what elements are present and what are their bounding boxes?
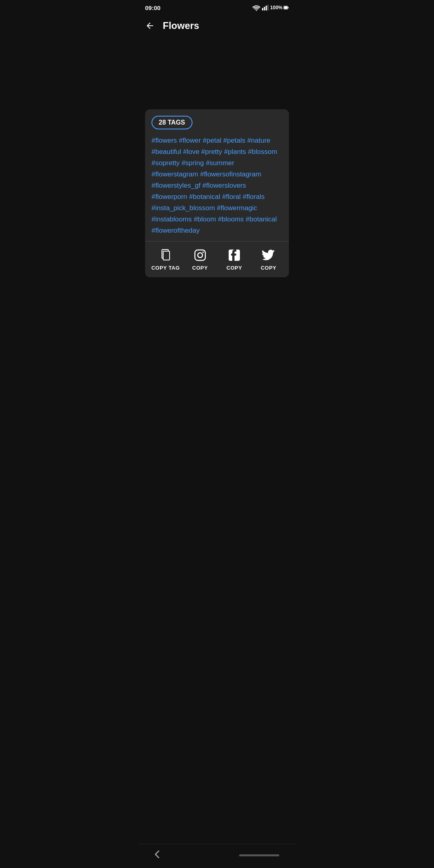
tags-header: 28 TAGS #flowers #flower #petal #petals …	[145, 109, 289, 241]
content-area: 28 TAGS #flowers #flower #petal #petals …	[139, 37, 295, 284]
twitter-icon	[261, 248, 276, 262]
svg-rect-1	[264, 7, 265, 10]
copy-tag-label: COPY TAG	[151, 265, 180, 271]
copy-facebook-label: COPY	[227, 265, 242, 271]
svg-point-12	[202, 252, 204, 253]
tags-card: 28 TAGS #flowers #flower #petal #petals …	[145, 109, 289, 277]
tags-badge: 28 TAGS	[151, 116, 192, 129]
status-icons: 100%	[252, 5, 289, 11]
svg-rect-9	[164, 252, 169, 260]
instagram-icon	[193, 248, 207, 262]
svg-rect-10	[195, 250, 205, 260]
copy-facebook-button[interactable]: COPY	[220, 248, 248, 271]
copy-instagram-button[interactable]: COPY	[186, 248, 214, 271]
copy-twitter-button[interactable]: COPY	[254, 248, 283, 271]
action-buttons: COPY TAG COPY	[145, 242, 289, 277]
svg-rect-2	[266, 6, 267, 10]
back-button[interactable]	[143, 19, 156, 32]
copy-tag-icon	[158, 248, 173, 262]
status-time: 09:00	[145, 4, 160, 11]
wifi-icon	[252, 5, 260, 11]
signal-icon	[262, 5, 268, 10]
battery-icon	[283, 5, 289, 10]
tags-content: #flowers #flower #petal #petals #nature …	[151, 135, 283, 236]
svg-rect-5	[284, 6, 287, 9]
copy-twitter-label: COPY	[261, 265, 276, 271]
svg-rect-6	[288, 7, 289, 8]
svg-rect-3	[268, 5, 269, 10]
page-title: Flowers	[163, 20, 199, 31]
status-bar: 09:00 100%	[139, 0, 295, 14]
header: Flowers	[139, 14, 295, 37]
svg-point-11	[198, 253, 203, 258]
copy-tag-button[interactable]: COPY TAG	[151, 248, 180, 271]
copy-instagram-label: COPY	[192, 265, 208, 271]
svg-rect-0	[262, 8, 263, 10]
facebook-icon	[227, 248, 242, 262]
battery-indicator: 100%	[270, 5, 289, 10]
